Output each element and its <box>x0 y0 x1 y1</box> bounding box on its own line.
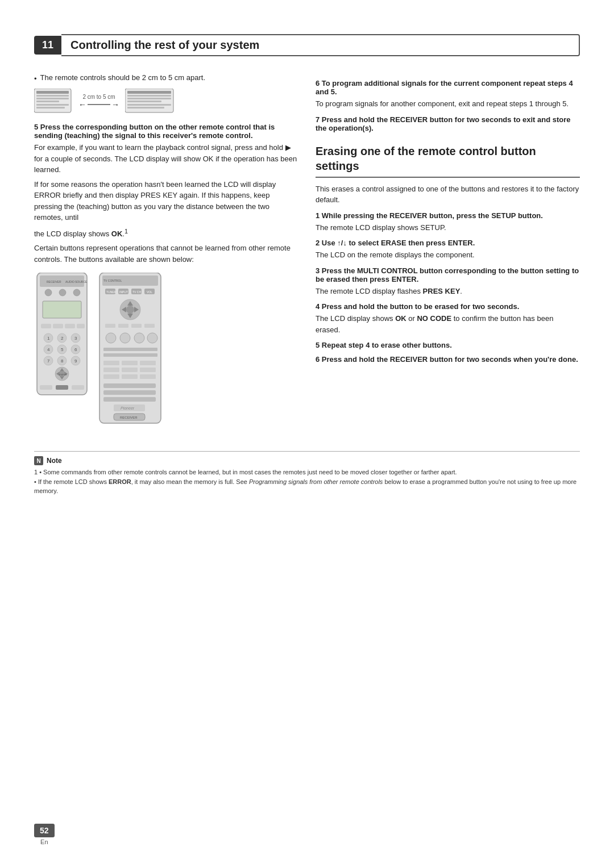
step6-text: To program signals for another component… <box>316 98 580 110</box>
bullet-dot: • <box>34 74 37 83</box>
remote-small-svg <box>34 89 73 114</box>
svg-text:ENTER: ENTER <box>59 373 67 376</box>
arrow-row: ← → <box>78 100 119 109</box>
svg-rect-81 <box>103 348 157 351</box>
svg-rect-94 <box>103 397 156 402</box>
svg-rect-92 <box>103 383 156 388</box>
er-step4-text: The LCD display shows OK or NO CODE to c… <box>316 313 580 335</box>
step5-text4: Certain buttons represent operations tha… <box>34 243 298 265</box>
er-step6-bold-text: 6 Press and hold the RECEIVER button for… <box>316 355 578 364</box>
svg-point-77 <box>106 333 116 343</box>
step7-bold: 7 Press and hold the RECEIVER button for… <box>316 115 580 132</box>
svg-rect-1 <box>36 91 69 94</box>
er-step5-bold-text: 5 Repeat step 4 to erase other buttons. <box>316 341 452 349</box>
svg-rect-85 <box>140 361 156 365</box>
svg-rect-11 <box>127 98 171 99</box>
svg-rect-91 <box>140 374 156 379</box>
svg-text:VOL: VOL <box>147 290 152 294</box>
right-remote-image: TV CONTROL TUNER INPUT TV CH VOL <box>97 273 165 426</box>
bullet-distance-text: The remote controls should be 2 cm to 5 … <box>40 73 205 83</box>
er-step1-bold-text: 1 While pressing the RECEIVER button, pr… <box>316 211 543 220</box>
svg-text:SOURCE: SOURCE <box>75 280 88 283</box>
svg-rect-76 <box>144 324 155 328</box>
er-step4-bold: 4 Press and hold the button to be erased… <box>316 302 580 311</box>
svg-point-21 <box>59 289 66 296</box>
svg-rect-75 <box>131 324 142 328</box>
er-step2-bold: 2 Use ↑/↓ to select ERASE then press ENT… <box>316 239 580 247</box>
svg-rect-14 <box>127 107 164 108</box>
er-step6-bold: 6 Press and hold the RECEIVER button for… <box>316 355 580 364</box>
page-lang: En <box>34 838 55 845</box>
er-step3-text: The remote LCD display flashes PRES KEY. <box>316 286 580 297</box>
svg-text:2: 2 <box>61 336 64 341</box>
er-step2-bold-text: 2 Use ↑/↓ to select ERASE then press ENT… <box>316 239 475 247</box>
svg-text:5: 5 <box>61 347 64 352</box>
svg-rect-87 <box>122 368 138 372</box>
svg-rect-84 <box>122 361 138 365</box>
svg-rect-2 <box>36 95 69 97</box>
svg-text:TV CH: TV CH <box>132 290 141 294</box>
svg-text:RECEIVER: RECEIVER <box>47 280 61 283</box>
svg-rect-12 <box>127 101 161 102</box>
svg-point-72 <box>126 306 134 314</box>
remote-large-svg <box>125 89 175 114</box>
svg-rect-25 <box>53 324 63 328</box>
arrow-distance: 2 cm to 5 cm ← → <box>78 94 119 109</box>
step5-bold: 5 Press the corresponding button on the … <box>34 123 298 140</box>
step6-bold: 6 To program additional signals for the … <box>316 79 580 96</box>
svg-text:INPUT: INPUT <box>119 290 128 294</box>
svg-rect-93 <box>103 390 156 395</box>
svg-text:4: 4 <box>47 347 50 352</box>
svg-text:7: 7 <box>47 358 50 364</box>
svg-text:9: 9 <box>74 358 77 364</box>
note-text2: • If the remote LCD shows ERROR, it may … <box>34 477 580 496</box>
page-container: 11 Controlling the rest of your system •… <box>0 0 614 868</box>
note-icon: N <box>34 456 43 465</box>
svg-rect-26 <box>65 324 75 328</box>
er-step1-bold: 1 While pressing the RECEIVER button, pr… <box>316 211 580 220</box>
svg-point-80 <box>147 333 157 343</box>
svg-text:1: 1 <box>47 336 50 341</box>
svg-rect-27 <box>77 324 85 328</box>
svg-rect-55 <box>72 385 84 390</box>
svg-rect-90 <box>122 374 138 379</box>
svg-point-78 <box>120 333 130 343</box>
step5-text1: For example, if you want to learn the pl… <box>34 142 298 176</box>
erasing-intro: This erases a control assigned to one of… <box>316 183 580 206</box>
svg-rect-86 <box>103 368 119 372</box>
svg-rect-82 <box>103 353 157 357</box>
svg-rect-54 <box>56 385 68 390</box>
two-col-layout: • The remote controls should be 2 cm to … <box>34 73 580 434</box>
svg-rect-3 <box>36 98 69 99</box>
svg-rect-13 <box>127 104 171 106</box>
er-step5-bold: 5 Repeat step 4 to erase other buttons. <box>316 341 580 349</box>
svg-rect-24 <box>41 324 51 328</box>
step6-bold-text: 6 To program additional signals for the … <box>316 79 573 96</box>
svg-text:3: 3 <box>74 336 77 341</box>
svg-text:AUDIO: AUDIO <box>65 280 74 283</box>
er-step1-text: The remote LCD display shows SETUP. <box>316 222 580 233</box>
note-label: Note <box>47 457 62 465</box>
svg-point-79 <box>134 333 144 343</box>
svg-text:Pioneer: Pioneer <box>121 406 135 410</box>
arrow-line <box>88 104 110 105</box>
svg-rect-88 <box>140 368 156 372</box>
page-number: 52 <box>34 824 55 837</box>
distance-label: 2 cm to 5 cm <box>82 94 115 100</box>
svg-rect-83 <box>103 361 119 365</box>
svg-text:RECEIVER: RECEIVER <box>120 416 138 419</box>
svg-rect-74 <box>118 324 128 328</box>
svg-rect-53 <box>40 385 52 390</box>
chapter-title: Controlling the rest of your system <box>61 34 580 56</box>
remote-image-container: RECEIVER AUDIO SOURCE 1 <box>34 273 298 426</box>
note-text1: 1 • Some commands from other remote cont… <box>34 468 580 477</box>
bullet-distance: • The remote controls should be 2 cm to … <box>34 73 298 83</box>
svg-rect-23 <box>43 301 81 318</box>
left-remote-image: RECEIVER AUDIO SOURCE 1 <box>34 273 91 398</box>
svg-text:6: 6 <box>74 347 77 352</box>
svg-rect-6 <box>36 107 65 108</box>
note-section: N Note 1 • Some commands from other remo… <box>34 451 580 496</box>
er-step2-text: The LCD on the remote displays the compo… <box>316 249 580 261</box>
chapter-heading: 11 Controlling the rest of your system <box>34 34 580 56</box>
svg-rect-5 <box>36 104 69 106</box>
